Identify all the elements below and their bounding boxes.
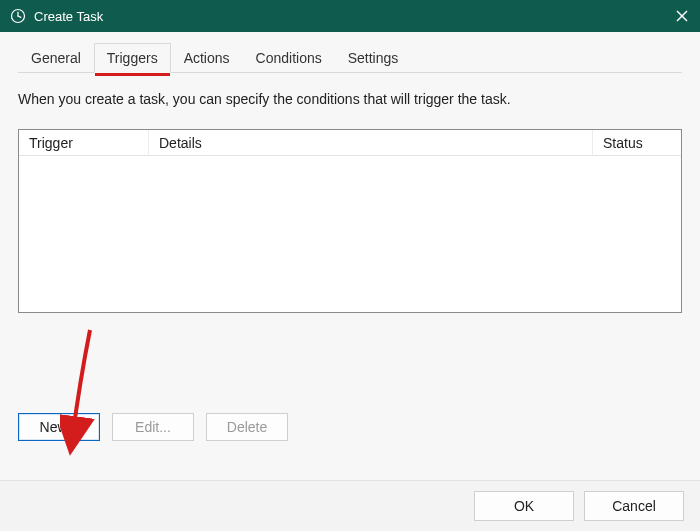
tab-conditions[interactable]: Conditions: [243, 43, 335, 73]
tab-description: When you create a task, you can specify …: [18, 91, 682, 107]
tab-label: General: [31, 50, 81, 66]
column-header-details[interactable]: Details: [149, 130, 593, 155]
tab-general[interactable]: General: [18, 43, 94, 73]
column-label: Trigger: [29, 135, 73, 151]
column-header-status[interactable]: Status: [593, 130, 681, 155]
tab-settings[interactable]: Settings: [335, 43, 412, 73]
list-header: Trigger Details Status: [19, 130, 681, 156]
tab-label: Conditions: [256, 50, 322, 66]
column-header-trigger[interactable]: Trigger: [19, 130, 149, 155]
clock-icon: [10, 8, 26, 24]
dialog-footer: OK Cancel: [0, 480, 700, 531]
window-title: Create Task: [34, 9, 103, 24]
tab-triggers[interactable]: Triggers: [94, 43, 171, 73]
edit-button[interactable]: Edit...: [112, 413, 194, 441]
tab-label: Settings: [348, 50, 399, 66]
annotation-underline: [95, 73, 170, 76]
delete-button[interactable]: Delete: [206, 413, 288, 441]
titlebar: Create Task: [0, 0, 700, 32]
ok-button[interactable]: OK: [474, 491, 574, 521]
tab-label: Triggers: [107, 50, 158, 66]
tab-strip: General Triggers Actions Conditions Sett…: [18, 42, 682, 73]
tab-actions[interactable]: Actions: [171, 43, 243, 73]
new-button[interactable]: New...: [18, 413, 100, 441]
close-button[interactable]: [664, 0, 700, 32]
tab-label: Actions: [184, 50, 230, 66]
column-label: Details: [159, 135, 202, 151]
column-label: Status: [603, 135, 643, 151]
cancel-button[interactable]: Cancel: [584, 491, 684, 521]
svg-line-2: [18, 16, 21, 17]
action-button-row: New... Edit... Delete: [18, 413, 682, 441]
triggers-list[interactable]: Trigger Details Status: [18, 129, 682, 313]
